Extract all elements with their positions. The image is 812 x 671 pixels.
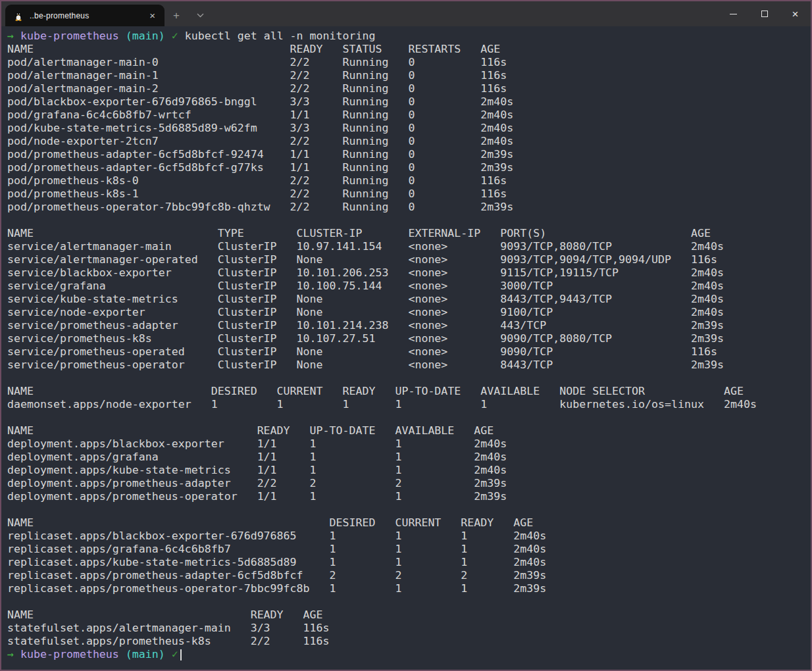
- title-bar: ..be-prometheus × + ×: [1, 1, 811, 26]
- table-row-line: replicaset.apps/kube-state-metrics-5d688…: [7, 556, 811, 569]
- table-row-line: service/alertmanager-main ClusterIP 10.9…: [7, 240, 811, 253]
- table-row-line: service/prometheus-adapter ClusterIP 10.…: [7, 319, 811, 332]
- table-row-line: replicaset.apps/prometheus-operator-7bbc…: [7, 582, 811, 595]
- table-row-line: deployment.apps/blackbox-exporter 1/1 1 …: [7, 437, 811, 451]
- table-header-line: NAME READY STATUS RESTARTS AGE: [7, 43, 811, 56]
- prompt-git-branch: (main): [126, 30, 172, 42]
- prompt-line: → kube-prometheus (main) ✓ kubectl get a…: [7, 30, 811, 43]
- minimize-icon: [730, 14, 737, 14]
- table-row-line: statefulset.apps/prometheus-k8s 2/2 116s: [7, 635, 811, 648]
- table-row-line: pod/alertmanager-main-0 2/2 Running 0 11…: [7, 56, 811, 69]
- maximize-button[interactable]: [749, 1, 780, 26]
- prompt-directory: kube-prometheus: [20, 30, 126, 42]
- table-row-line: pod/kube-state-metrics-5d6885d89-w62fm 3…: [7, 122, 811, 135]
- tab-close-icon[interactable]: ×: [148, 11, 157, 20]
- blank-line: [7, 503, 811, 516]
- maximize-icon: [761, 11, 768, 17]
- table-header-line: NAME READY UP-TO-DATE AVAILABLE AGE: [7, 424, 811, 437]
- minimize-button[interactable]: [718, 1, 749, 26]
- table-row-line: statefulset.apps/alertmanager-main 3/3 1…: [7, 622, 811, 635]
- terminal-window: ..be-prometheus × + × → kube-prometheus …: [0, 0, 812, 671]
- table-row-line: service/alertmanager-operated ClusterIP …: [7, 253, 811, 266]
- table-row-line: pod/blackbox-exporter-676d976865-bnggl 3…: [7, 95, 811, 109]
- table-row-line: daemonset.apps/node-exporter 1 1 1 1 1 k…: [7, 398, 811, 411]
- table-row-line: deployment.apps/prometheus-adapter 2/2 2…: [7, 477, 811, 490]
- terminal-output: → kube-prometheus (main) ✓ kubectl get a…: [7, 30, 811, 661]
- prompt-arrow: →: [7, 648, 20, 660]
- command-text: kubectl get all -n monitoring: [178, 30, 376, 42]
- blank-line: [7, 411, 811, 424]
- new-tab-button[interactable]: +: [165, 5, 188, 26]
- titlebar-drag-area[interactable]: [212, 1, 718, 26]
- text-cursor: [180, 649, 182, 660]
- table-row-line: pod/node-exporter-2tcn7 2/2 Running 0 2m…: [7, 135, 811, 148]
- table-row-line: service/node-exporter ClusterIP None <no…: [7, 306, 811, 319]
- table-header-line: NAME DESIRED CURRENT READY AGE: [7, 516, 811, 530]
- prompt-clean-check: ✓: [172, 648, 178, 660]
- prompt-line: → kube-prometheus (main) ✓: [7, 648, 811, 661]
- blank-line: [7, 372, 811, 385]
- blank-line: [7, 214, 811, 227]
- prompt-arrow: →: [7, 30, 20, 42]
- terminal-tab[interactable]: ..be-prometheus ×: [5, 5, 165, 26]
- table-row-line: replicaset.apps/blackbox-exporter-676d97…: [7, 530, 811, 543]
- table-row-line: pod/grafana-6c4c6b8fb7-wrtcf 1/1 Running…: [7, 109, 811, 122]
- prompt-directory: kube-prometheus: [20, 648, 126, 660]
- terminal-content[interactable]: → kube-prometheus (main) ✓ kubectl get a…: [1, 26, 811, 670]
- table-row-line: replicaset.apps/prometheus-adapter-6cf5d…: [7, 569, 811, 582]
- table-row-line: pod/alertmanager-main-1 2/2 Running 0 11…: [7, 69, 811, 82]
- table-header-line: NAME READY AGE: [7, 609, 811, 622]
- close-button[interactable]: ×: [780, 1, 811, 26]
- table-row-line: replicaset.apps/grafana-6c4c6b8fb7 1 1 1…: [7, 543, 811, 556]
- window-controls: ×: [718, 1, 811, 26]
- table-row-line: pod/prometheus-adapter-6cf5d8bfcf-g77ks …: [7, 161, 811, 174]
- table-row-line: deployment.apps/grafana 1/1 1 1 2m40s: [7, 451, 811, 464]
- table-row-line: pod/prometheus-k8s-1 2/2 Running 0 116s: [7, 187, 811, 201]
- linux-tux-icon: [13, 11, 24, 21]
- tab-title: ..be-prometheus: [30, 11, 142, 20]
- table-row-line: pod/prometheus-k8s-0 2/2 Running 0 116s: [7, 174, 811, 187]
- table-row-line: service/blackbox-exporter ClusterIP 10.1…: [7, 266, 811, 280]
- table-row-line: deployment.apps/kube-state-metrics 1/1 1…: [7, 464, 811, 477]
- table-row-line: service/prometheus-k8s ClusterIP 10.107.…: [7, 332, 811, 345]
- prompt-clean-check: ✓: [172, 30, 178, 42]
- table-header-line: NAME DESIRED CURRENT READY UP-TO-DATE AV…: [7, 385, 811, 398]
- table-row-line: service/kube-state-metrics ClusterIP Non…: [7, 293, 811, 306]
- table-header-line: NAME TYPE CLUSTER-IP EXTERNAL-IP PORT(S)…: [7, 227, 811, 240]
- tab-dropdown-button[interactable]: [188, 5, 212, 26]
- table-row-line: pod/prometheus-adapter-6cf5d8bfcf-92474 …: [7, 148, 811, 161]
- table-row-line: service/grafana ClusterIP 10.100.75.144 …: [7, 280, 811, 293]
- blank-line: [7, 595, 811, 609]
- table-row-line: pod/prometheus-operator-7bbc99fc8b-qhztw…: [7, 201, 811, 214]
- table-row-line: pod/alertmanager-main-2 2/2 Running 0 11…: [7, 82, 811, 95]
- chevron-down-icon: [197, 13, 204, 18]
- table-row-line: deployment.apps/prometheus-operator 1/1 …: [7, 490, 811, 503]
- table-row-line: service/prometheus-operator ClusterIP No…: [7, 359, 811, 372]
- close-icon: ×: [792, 9, 799, 20]
- table-row-line: service/prometheus-operated ClusterIP No…: [7, 345, 811, 359]
- prompt-git-branch: (main): [126, 648, 172, 660]
